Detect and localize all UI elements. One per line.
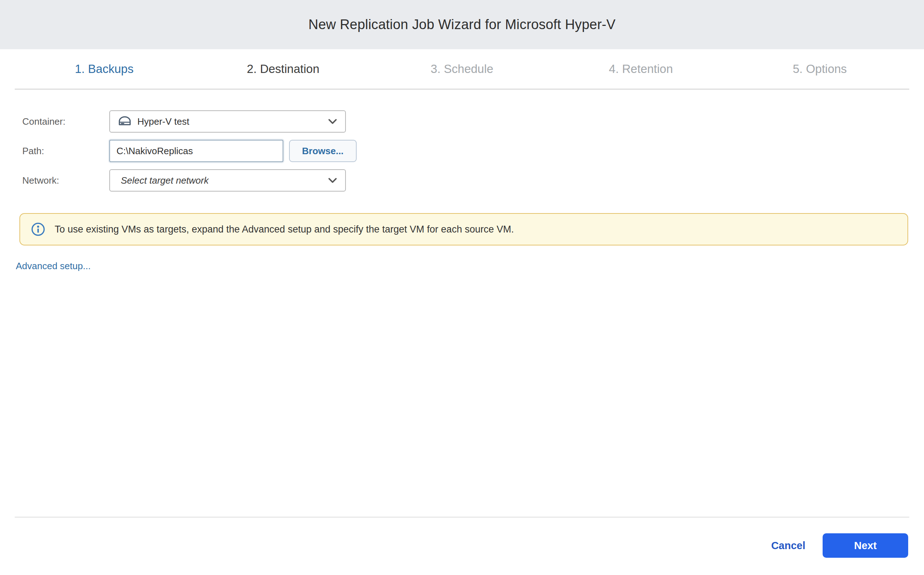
next-button[interactable]: Next [822, 533, 908, 558]
container-label: Container: [22, 116, 109, 127]
container-value: Hyper-V test [137, 116, 328, 127]
chevron-down-icon [328, 119, 337, 124]
step-backups[interactable]: 1. Backups [15, 62, 194, 76]
page-title: New Replication Job Wizard for Microsoft… [309, 17, 615, 32]
chevron-down-icon [328, 178, 337, 183]
destination-form: Container: Hyper-V test Path: Browse... … [0, 89, 924, 199]
network-placeholder: Select target network [121, 175, 328, 186]
network-label: Network: [22, 175, 109, 186]
container-dropdown[interactable]: Hyper-V test [109, 110, 346, 133]
container-row: Container: Hyper-V test [22, 110, 924, 133]
content-spacer [0, 272, 924, 517]
path-input[interactable] [109, 140, 283, 162]
step-destination[interactable]: 2. Destination [194, 62, 373, 76]
wizard-steps: 1. Backups 2. Destination 3. Schedule 4.… [15, 49, 909, 89]
path-row: Path: Browse... [22, 140, 924, 162]
hyperv-container-icon [118, 115, 132, 127]
advanced-setup-link[interactable]: Advanced setup... [16, 260, 91, 272]
cancel-button[interactable]: Cancel [771, 540, 805, 552]
path-label: Path: [22, 146, 109, 157]
step-schedule[interactable]: 3. Schedule [372, 62, 552, 76]
footer: Cancel Next [0, 518, 924, 575]
wizard-header: New Replication Job Wizard for Microsoft… [0, 0, 924, 49]
network-dropdown[interactable]: Select target network [109, 169, 346, 192]
network-row: Network: Select target network [22, 169, 924, 192]
step-retention[interactable]: 4. Retention [552, 62, 731, 76]
info-icon [31, 222, 45, 237]
browse-button[interactable]: Browse... [289, 140, 357, 162]
wizard-steps-bar: 1. Backups 2. Destination 3. Schedule 4.… [15, 49, 909, 89]
step-options[interactable]: 5. Options [730, 62, 909, 76]
info-banner: To use existing VMs as targets, expand t… [19, 213, 908, 245]
info-banner-text: To use existing VMs as targets, expand t… [55, 224, 514, 235]
